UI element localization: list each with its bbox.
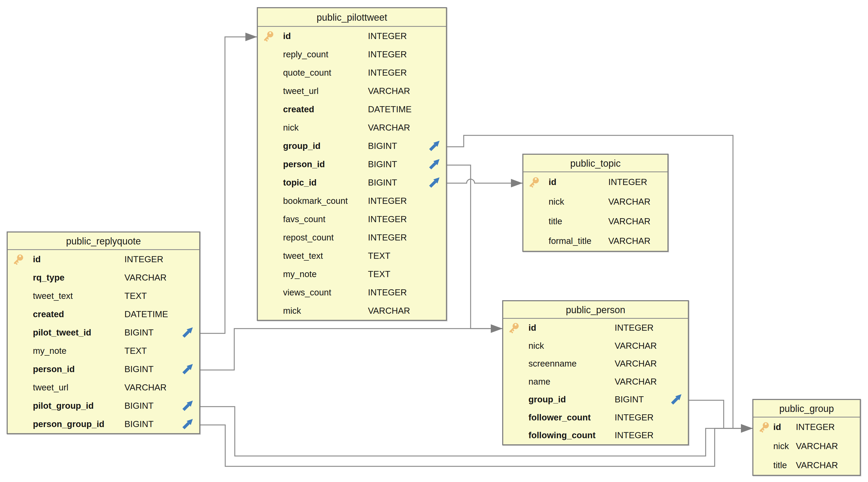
column-row-following-count[interactable]: following_countINTEGER [503,426,688,444]
foreign-key-arrow-icon [182,363,193,375]
ne-arrow-glyph [428,140,440,152]
column-type: VARCHAR [615,373,657,391]
foreign-key-arrow-icon [182,418,193,430]
column-row-group-id[interactable]: group_idBIGINT [503,390,688,409]
column-row-my-note[interactable]: my_noteTEXT [8,341,199,360]
column-row-person-id[interactable]: person_idBIGINT [8,360,199,378]
column-name: topic_id [283,173,317,192]
column-row-name[interactable]: nameVARCHAR [503,373,688,391]
column-name: pilot_tweet_id [33,323,91,341]
key-glyph [527,175,541,189]
column-row-screenname[interactable]: screennameVARCHAR [503,355,688,373]
foreign-key-arrow-icon [182,400,193,412]
column-type: INTEGER [608,172,647,192]
column-row-id[interactable]: idINTEGER [503,319,688,337]
column-type: INTEGER [368,63,407,82]
column-type: VARCHAR [124,378,166,396]
column-type: BIGINT [615,390,644,409]
table-public-group[interactable]: public_groupidINTEGERnickVARCHARtitleVAR… [752,399,861,476]
ne-arrow-glyph [182,418,193,430]
column-type: INTEGER [368,192,407,210]
table-title: public_topic [523,155,668,172]
column-row-title[interactable]: titleVARCHAR [753,456,860,475]
column-row-pilot-group-id[interactable]: pilot_group_idBIGINT [8,396,199,415]
column-row-id[interactable]: idINTEGER [258,27,446,45]
relation-line [689,400,752,428]
key-glyph [11,252,25,266]
column-name: person_group_id [33,415,104,433]
column-row-person-group-id[interactable]: person_group_idBIGINT [8,415,199,433]
column-type: DATETIME [124,305,168,323]
column-row-mick[interactable]: mickVARCHAR [258,302,446,320]
column-name: nick [773,436,789,456]
table-title: public_group [753,400,860,418]
column-row-formal-title[interactable]: formal_titleVARCHAR [523,231,668,251]
column-name: screenname [528,355,577,373]
column-name: tweet_text [283,247,323,265]
column-type: INTEGER [368,27,407,45]
column-row-created[interactable]: createdDATETIME [258,100,446,118]
column-type: TEXT [368,247,390,265]
column-name: title [549,212,562,231]
relation-line [447,179,522,183]
column-row-favs-count[interactable]: favs_countINTEGER [258,210,446,228]
column-type: INTEGER [615,319,654,337]
column-name: favs_count [283,210,326,228]
foreign-key-arrow-icon [428,158,440,170]
table-public-topic[interactable]: public_topicidINTEGERnickVARCHARtitleVAR… [522,154,669,252]
primary-key-icon [261,29,275,43]
column-row-group-id[interactable]: group_idBIGINT [258,137,446,155]
column-row-bookmark-count[interactable]: bookmark_countINTEGER [258,192,446,210]
relation-line [200,329,502,370]
column-type: BIGINT [124,323,154,341]
column-name: my_note [283,265,317,283]
column-row-tweet-text[interactable]: tweet_textTEXT [258,247,446,265]
foreign-key-arrow-icon [182,327,193,338]
column-name: title [773,456,787,475]
column-type: VARCHAR [608,212,650,231]
table-title: public_replyquote [8,233,199,250]
column-row-repost-count[interactable]: repost_countINTEGER [258,228,446,247]
column-name: tweet_url [283,82,319,100]
column-row-id[interactable]: idINTEGER [523,172,668,192]
column-row-follower-count[interactable]: follower_countINTEGER [503,409,688,426]
column-row-views-count[interactable]: views_countINTEGER [258,283,446,302]
column-row-nick[interactable]: nickVARCHAR [753,436,860,456]
column-type: VARCHAR [615,337,657,355]
column-row-nick[interactable]: nickVARCHAR [523,192,668,212]
column-name: views_count [283,283,331,302]
column-name: created [33,305,64,323]
column-row-nick[interactable]: nickVARCHAR [258,118,446,137]
table-public-person[interactable]: public_personidINTEGERnickVARCHARscreenn… [502,300,689,445]
column-row-tweet-url[interactable]: tweet_urlVARCHAR [258,82,446,100]
table-public-pilottweet[interactable]: public_pilottweetidINTEGERreply_countINT… [257,7,447,321]
column-type: TEXT [124,341,147,360]
column-row-tweet-text[interactable]: tweet_textTEXT [8,287,199,305]
column-row-topic-id[interactable]: topic_idBIGINT [258,173,446,192]
key-glyph [261,29,275,43]
key-glyph [757,420,771,434]
column-row-reply-count[interactable]: reply_countINTEGER [258,45,446,63]
column-name: tweet_text [33,287,73,305]
column-row-created[interactable]: createdDATETIME [8,305,199,323]
column-row-id[interactable]: idINTEGER [753,418,860,436]
column-name: mick [283,302,301,320]
table-public-replyquote[interactable]: public_replyquoteidINTEGERrq_typeVARCHAR… [7,232,200,434]
ne-arrow-glyph [428,158,440,170]
ne-arrow-glyph [670,394,682,405]
primary-key-icon [507,321,521,335]
column-row-pilot-tweet-id[interactable]: pilot_tweet_idBIGINT [8,323,199,341]
column-row-person-id[interactable]: person_idBIGINT [258,155,446,173]
column-row-nick[interactable]: nickVARCHAR [503,337,688,355]
column-row-tweet-url[interactable]: tweet_urlVARCHAR [8,378,199,396]
column-row-rq-type[interactable]: rq_typeVARCHAR [8,268,199,287]
column-row-title[interactable]: titleVARCHAR [523,212,668,231]
foreign-key-arrow-icon [428,177,440,188]
column-row-quote-count[interactable]: quote_countINTEGER [258,63,446,82]
primary-key-icon [11,252,25,266]
column-row-my-note[interactable]: my_noteTEXT [258,265,446,283]
column-name: name [528,373,551,391]
column-type: BIGINT [124,360,154,378]
column-name: rq_type [33,268,64,287]
column-row-id[interactable]: idINTEGER [8,250,199,268]
